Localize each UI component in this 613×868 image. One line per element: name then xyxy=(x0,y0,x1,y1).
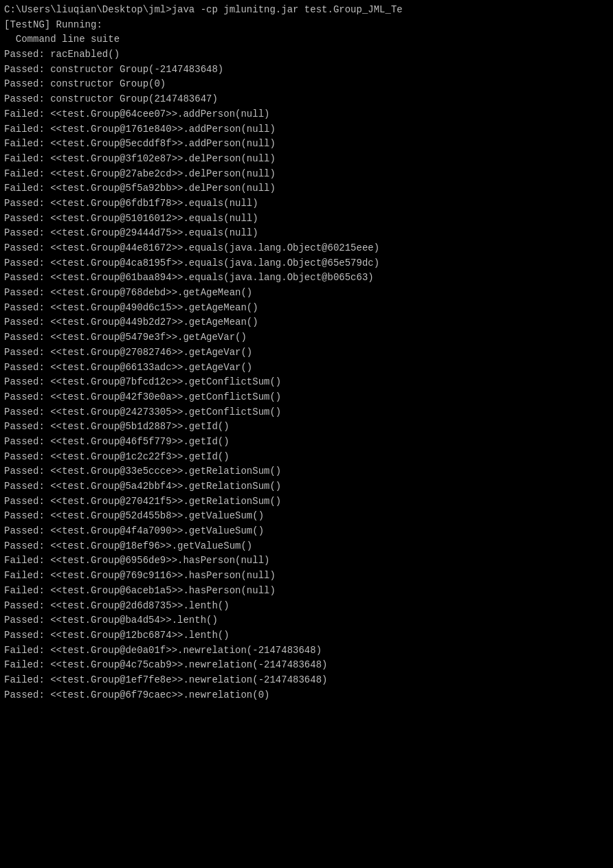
terminal-line-1: [TestNG] Running: xyxy=(4,18,609,33)
terminal-line-39: Failed: <<test.Group@769c9116>>.hasPerso… xyxy=(4,569,609,584)
terminal-line-23: Passed: <<test.Group@5479e3f>>.getAgeVar… xyxy=(4,330,609,345)
terminal-line-7: Passed: constructor Group(2147483647) xyxy=(4,92,609,107)
terminal-line-41: Passed: <<test.Group@2d6d8735>>.lenth() xyxy=(4,599,609,614)
terminal-line-28: Passed: <<test.Group@24273305>>.getConfl… xyxy=(4,405,609,420)
terminal-line-31: Passed: <<test.Group@1c2c22f3>>.getId() xyxy=(4,450,609,465)
terminal-line-43: Passed: <<test.Group@12bc6874>>.lenth() xyxy=(4,628,609,643)
terminal-line-46: Failed: <<test.Group@1ef7fe8e>>.newrelat… xyxy=(4,673,609,688)
terminal-line-25: Passed: <<test.Group@66133adc>>.getAgeVa… xyxy=(4,361,609,376)
terminal-line-22: Passed: <<test.Group@449b2d27>>.getAgeMe… xyxy=(4,315,609,330)
terminal-line-45: Failed: <<test.Group@4c75cab9>>.newrelat… xyxy=(4,658,609,673)
terminal-line-47: Passed: <<test.Group@6f79caec>>.newrelat… xyxy=(4,688,609,703)
terminal-line-20: Passed: <<test.Group@768debd>>.getAgeMea… xyxy=(4,286,609,301)
terminal-line-40: Failed: <<test.Group@6aceb1a5>>.hasPerso… xyxy=(4,584,609,599)
terminal-line-8: Failed: <<test.Group@64cee07>>.addPerson… xyxy=(4,107,609,122)
terminal-line-44: Failed: <<test.Group@de0a01f>>.newrelati… xyxy=(4,643,609,659)
terminal-line-2: Command line suite xyxy=(4,32,609,47)
terminal-line-30: Passed: <<test.Group@46f5f779>>.getId() xyxy=(4,435,609,450)
terminal-line-33: Passed: <<test.Group@5a42bbf4>>.getRelat… xyxy=(4,479,609,494)
terminal-line-0: C:\Users\liuqian\Desktop\jml>java -cp jm… xyxy=(4,3,609,18)
terminal-line-38: Failed: <<test.Group@6956de9>>.hasPerson… xyxy=(4,553,609,569)
terminal-line-24: Passed: <<test.Group@27082746>>.getAgeVa… xyxy=(4,345,609,361)
terminal-line-14: Passed: <<test.Group@6fdb1f78>>.equals(n… xyxy=(4,196,609,212)
terminal-line-32: Passed: <<test.Group@33e5ccce>>.getRelat… xyxy=(4,464,609,479)
terminal-container: C:\Users\liuqian\Desktop\jml>java -cp jm… xyxy=(4,3,609,703)
terminal-line-18: Passed: <<test.Group@4ca8195f>>.equals(j… xyxy=(4,256,609,271)
terminal-line-27: Passed: <<test.Group@42f30e0a>>.getConfl… xyxy=(4,390,609,405)
terminal-line-42: Passed: <<test.Group@ba4d54>>.lenth() xyxy=(4,613,609,628)
terminal-line-15: Passed: <<test.Group@51016012>>.equals(n… xyxy=(4,212,609,227)
terminal-line-29: Passed: <<test.Group@5b1d2887>>.getId() xyxy=(4,420,609,435)
terminal-line-26: Passed: <<test.Group@7bfcd12c>>.getConfl… xyxy=(4,375,609,390)
terminal-line-9: Failed: <<test.Group@1761e840>>.addPerso… xyxy=(4,122,609,137)
terminal-line-6: Passed: constructor Group(0) xyxy=(4,77,609,92)
terminal-line-21: Passed: <<test.Group@490d6c15>>.getAgeMe… xyxy=(4,301,609,316)
terminal-line-10: Failed: <<test.Group@5ecddf8f>>.addPerso… xyxy=(4,137,609,152)
terminal-line-35: Passed: <<test.Group@52d455b8>>.getValue… xyxy=(4,509,609,524)
terminal-line-11: Failed: <<test.Group@3f102e87>>.delPerso… xyxy=(4,152,609,167)
terminal-line-5: Passed: constructor Group(-2147483648) xyxy=(4,62,609,78)
terminal-line-19: Passed: <<test.Group@61baa894>>.equals(j… xyxy=(4,271,609,286)
terminal-line-34: Passed: <<test.Group@270421f5>>.getRelat… xyxy=(4,494,609,510)
terminal-line-37: Passed: <<test.Group@18ef96>>.getValueSu… xyxy=(4,539,609,554)
terminal-line-4: Passed: racEnabled() xyxy=(4,47,609,62)
terminal-line-13: Failed: <<test.Group@5f5a92bb>>.delPerso… xyxy=(4,181,609,196)
terminal-line-16: Passed: <<test.Group@29444d75>>.equals(n… xyxy=(4,226,609,241)
terminal-line-36: Passed: <<test.Group@4f4a7090>>.getValue… xyxy=(4,524,609,539)
terminal-line-17: Passed: <<test.Group@44e81672>>.equals(j… xyxy=(4,241,609,256)
terminal-line-12: Failed: <<test.Group@27abe2cd>>.delPerso… xyxy=(4,167,609,182)
